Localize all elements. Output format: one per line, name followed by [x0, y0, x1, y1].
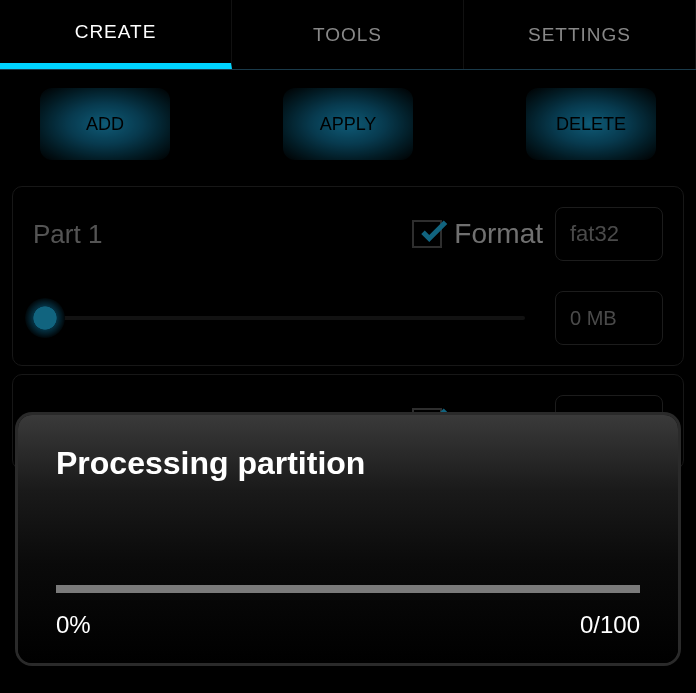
- progress-counter: 0/100: [580, 611, 640, 639]
- progress-percent: 0%: [56, 611, 91, 639]
- add-button-label: ADD: [86, 114, 124, 135]
- dialog-backdrop: Processing partition 0% 0/100: [0, 273, 696, 693]
- check-icon: [416, 216, 450, 246]
- progress-bar: [56, 585, 640, 593]
- format-label: Format: [454, 218, 543, 250]
- dialog-title: Processing partition: [56, 445, 640, 482]
- tab-tools[interactable]: TOOLS: [232, 0, 464, 69]
- apply-button-label: APPLY: [320, 114, 377, 135]
- apply-button[interactable]: APPLY: [283, 88, 413, 160]
- tab-tools-label: TOOLS: [313, 24, 382, 46]
- delete-button[interactable]: DELETE: [526, 88, 656, 160]
- action-bar: ADD APPLY DELETE: [0, 70, 696, 178]
- filesystem-select[interactable]: fat32: [555, 207, 663, 261]
- partition-label: Part 1: [33, 219, 102, 250]
- tab-create[interactable]: CREATE: [0, 0, 232, 69]
- filesystem-value: fat32: [570, 221, 619, 247]
- delete-button-label: DELETE: [556, 114, 626, 135]
- tab-create-label: CREATE: [75, 21, 157, 43]
- add-button[interactable]: ADD: [40, 88, 170, 160]
- tab-settings[interactable]: SETTINGS: [464, 0, 696, 69]
- format-checkbox[interactable]: [412, 220, 442, 248]
- tab-bar: CREATE TOOLS SETTINGS: [0, 0, 696, 70]
- progress-dialog: Processing partition 0% 0/100: [18, 415, 678, 663]
- tab-settings-label: SETTINGS: [528, 24, 631, 46]
